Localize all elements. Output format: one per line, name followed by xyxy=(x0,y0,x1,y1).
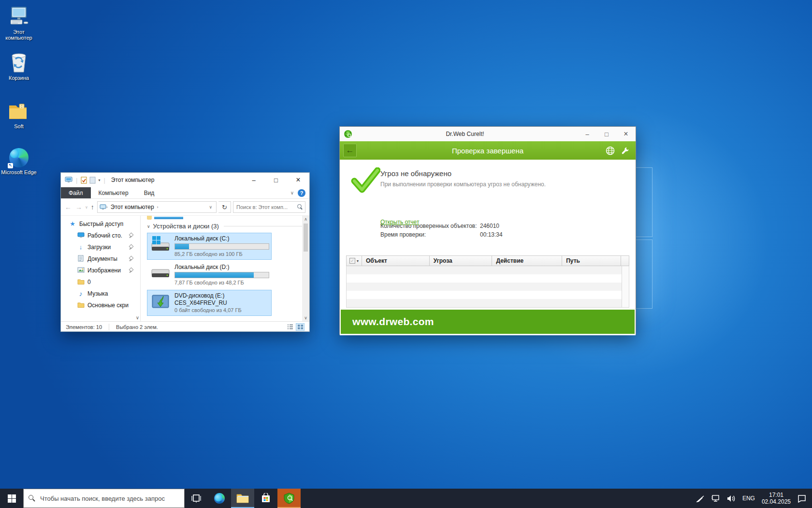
address-bar[interactable]: › Этот компьютер › ∨ xyxy=(97,201,217,213)
pen-disabled-icon[interactable] xyxy=(696,494,704,502)
properties-icon[interactable] xyxy=(81,177,87,184)
customize-qat-icon[interactable]: ▾ xyxy=(98,178,100,182)
empty-row xyxy=(347,299,629,307)
explorer-status-bar: Элементов: 10 Выбрано 2 элем. xyxy=(61,321,309,332)
stat-value-time: 00:13:34 xyxy=(480,231,503,238)
wrench-settings-icon[interactable] xyxy=(621,146,630,155)
nav-scroll-down-icon[interactable]: ∨ xyxy=(136,315,139,320)
refresh-button[interactable]: ↻ xyxy=(218,201,231,213)
scroll-down-icon[interactable]: ∨ xyxy=(304,315,307,320)
tab-file[interactable]: Файл xyxy=(61,187,91,198)
task-view-button[interactable] xyxy=(185,489,208,508)
desktop-icon-recycle-bin[interactable]: Корзина xyxy=(0,51,38,81)
select-all-checkbox[interactable]: ✓ xyxy=(349,258,355,264)
clock-time: 17:01 xyxy=(769,492,783,498)
nav-item-downloads[interactable]: ↓ Загрузки xyxy=(61,241,140,253)
result-description: При выполнении проверки компьютера угроз… xyxy=(380,181,546,188)
separator: | xyxy=(102,177,106,184)
language-indicator[interactable]: ENG xyxy=(742,495,755,502)
breadcrumb[interactable]: Этот компьютер xyxy=(108,204,157,210)
search-icon xyxy=(297,204,303,210)
quick-access-toolbar: | ▾ | xyxy=(65,177,106,184)
group-header-label: Устройства и диски (3) xyxy=(153,223,219,230)
drive-c-tile[interactable]: Локальный диск (C:) 85,2 ГБ свободно из … xyxy=(147,233,272,260)
desktop-icon-edge[interactable]: ↖ Microsoft Edge xyxy=(0,145,38,175)
nav-item-quick-access[interactable]: ★ Быстрый доступ xyxy=(61,218,140,230)
desktop-icon-label: Microsoft Edge xyxy=(0,169,38,175)
column-object[interactable]: Объект xyxy=(362,256,430,266)
tab-computer[interactable]: Компьютер xyxy=(91,187,136,198)
collapse-group-icon[interactable]: ∨ xyxy=(147,224,150,229)
nav-item-documents[interactable]: Документы xyxy=(61,253,140,265)
separator xyxy=(109,324,109,330)
file-list-scrollbar[interactable]: ∧ ∨ xyxy=(302,216,309,321)
minimize-button[interactable]: – xyxy=(243,173,265,187)
nav-item-folder-0[interactable]: 0 xyxy=(61,276,140,288)
large-icons-view-button[interactable] xyxy=(296,323,304,331)
new-folder-icon[interactable] xyxy=(89,177,96,184)
table-scrollbar[interactable] xyxy=(622,266,629,307)
taskbar-clock[interactable]: 17:01 02.04.2025 xyxy=(762,492,791,505)
details-view-button[interactable] xyxy=(286,323,294,331)
system-tray: ENG 17:01 02.04.2025 xyxy=(696,489,812,508)
explorer-titlebar[interactable]: | ▾ | Этот компьютер – □ × xyxy=(61,173,309,187)
search-input[interactable] xyxy=(235,204,292,210)
forward-button[interactable]: → xyxy=(74,203,83,211)
expand-ribbon-icon[interactable]: ∨ xyxy=(290,190,294,195)
empty-row xyxy=(347,283,629,291)
back-button[interactable]: ← xyxy=(343,144,357,157)
column-threat[interactable]: Угроза xyxy=(430,256,493,266)
taskbar-search-box[interactable] xyxy=(23,489,185,508)
drive-name: DVD-дисковод (E:) xyxy=(174,292,268,299)
this-pc-small-icon xyxy=(100,204,106,210)
group-header-line xyxy=(224,226,305,226)
nav-item-music[interactable]: ♪ Музыка xyxy=(61,288,140,299)
globe-icon[interactable] xyxy=(606,146,615,155)
close-button[interactable]: × xyxy=(287,173,309,187)
taskbar-drweb-button[interactable] xyxy=(277,489,301,508)
taskbar-store-button[interactable] xyxy=(254,489,277,508)
column-action[interactable]: Действие xyxy=(492,256,562,266)
column-path[interactable]: Путь xyxy=(562,256,621,266)
search-icon xyxy=(29,495,35,502)
address-dropdown-icon[interactable]: ∨ xyxy=(207,205,214,209)
partial-scrolled-item xyxy=(147,216,184,220)
scrollbar-thumb[interactable] xyxy=(304,224,308,252)
nav-item-label: Загрузки xyxy=(87,244,125,251)
scroll-up-icon[interactable]: ∧ xyxy=(304,217,307,222)
explorer-app-icon xyxy=(65,177,72,183)
drweb-window: Dr.Web CureIt! – □ × ← Проверка завершен… xyxy=(339,126,636,335)
up-button[interactable]: ↑ xyxy=(90,203,95,211)
taskbar-search-input[interactable] xyxy=(39,494,179,503)
desktop-icon-soft-folder[interactable]: Soft xyxy=(0,99,38,129)
open-report-link[interactable]: Открыть отчет xyxy=(380,219,419,225)
tab-view[interactable]: Вид xyxy=(136,187,162,198)
group-header-devices[interactable]: ∨ Устройства и диски (3) xyxy=(147,223,305,230)
shortcut-arrow-icon: ↖ xyxy=(8,163,13,168)
action-center-icon[interactable] xyxy=(798,494,806,503)
drive-d-tile[interactable]: Локальный диск (D:) 7,87 ГБ свободно из … xyxy=(147,261,272,288)
help-button[interactable]: ? xyxy=(298,189,305,197)
minimize-button[interactable]: – xyxy=(578,127,597,141)
select-all-column[interactable]: ✓ ▾ xyxy=(347,256,362,266)
taskbar-edge-button[interactable] xyxy=(208,489,231,508)
recent-locations-icon[interactable]: ∨ xyxy=(85,205,88,209)
nav-item-main-scripts[interactable]: Основные скри xyxy=(61,299,140,311)
desktop-icon-this-pc[interactable]: Этот компьютер xyxy=(0,5,38,41)
filter-dropdown-icon[interactable]: ▾ xyxy=(357,259,359,263)
maximize-button[interactable]: □ xyxy=(265,173,287,187)
back-button[interactable]: ← xyxy=(64,203,72,211)
network-icon[interactable] xyxy=(711,494,720,502)
nav-item-pictures[interactable]: Изображени xyxy=(61,265,140,276)
search-box[interactable] xyxy=(233,201,305,213)
nav-item-desktop[interactable]: Рабочий сто. xyxy=(61,230,140,241)
start-button[interactable] xyxy=(0,489,23,508)
drweb-titlebar[interactable]: Dr.Web CureIt! – □ × xyxy=(340,127,636,141)
volume-icon[interactable] xyxy=(727,495,736,502)
chevron-right-icon[interactable]: › xyxy=(157,205,159,209)
drive-e-dvd-tile[interactable]: DVD-дисковод (E:) CES_X64FREV_RU 0 байт … xyxy=(147,290,272,316)
close-button[interactable]: × xyxy=(616,127,636,141)
maximize-button[interactable]: □ xyxy=(597,127,616,141)
windows-logo-icon xyxy=(8,494,16,503)
taskbar-explorer-button[interactable] xyxy=(231,489,254,508)
